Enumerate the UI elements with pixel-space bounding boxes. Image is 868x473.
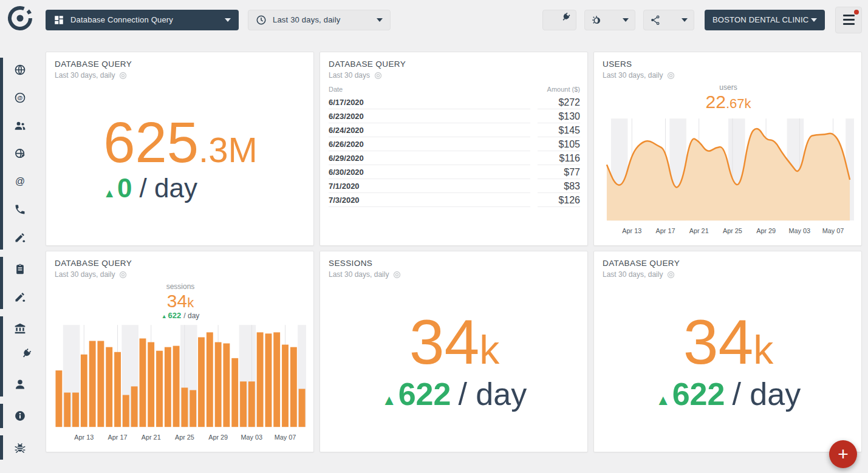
table-row: 7/1/2020$83 — [329, 179, 580, 193]
up-arrow-icon: ▲ — [656, 392, 671, 409]
card-subtitle-text: Last 30 days, daily — [603, 71, 663, 80]
theme-button[interactable] — [584, 10, 635, 30]
dashboard-selector-label: Database Connection Query — [70, 15, 173, 24]
sidebar-group-2 — [0, 257, 39, 309]
metric-summary: sessions 34k ▲ 622 / day — [55, 282, 306, 320]
metric-summary: users 22.67k — [603, 83, 854, 112]
dashboard-grid: DATABASE QUERY Last 30 days, daily 625.3… — [39, 39, 868, 473]
table-row: 6/26/2020$105 — [329, 137, 580, 151]
notification-dot — [854, 10, 859, 15]
card-database-query-kpi-2: DATABASE QUERY Last 30 days, daily 34k ▲… — [593, 251, 862, 452]
sidebar-group-5 — [0, 435, 39, 460]
svg-text:Apr 21: Apr 21 — [142, 434, 161, 441]
at-sign-icon[interactable]: @ — [14, 175, 26, 188]
widget-settings-icon — [119, 72, 127, 80]
cell-date: 6/17/2020 — [329, 98, 530, 109]
share-button[interactable] — [643, 10, 694, 30]
cell-amount: $77 — [538, 167, 580, 179]
sidebar-group-1: @ @ — [0, 58, 39, 250]
add-widget-button[interactable]: + — [829, 440, 857, 468]
svg-text:Apr 13: Apr 13 — [74, 434, 94, 441]
card-title: DATABASE QUERY — [329, 60, 580, 69]
kpi-body: 34k ▲ 622 / day — [329, 279, 580, 446]
web-sync-icon[interactable] — [14, 148, 26, 160]
up-arrow-icon: ▲ — [382, 392, 397, 409]
cell-amount: $105 — [538, 139, 580, 151]
svg-text:@: @ — [17, 95, 22, 101]
card-database-query-kpi: DATABASE QUERY Last 30 days, daily 625.3… — [46, 52, 314, 246]
globe-icon[interactable] — [14, 64, 26, 76]
svg-text:Apr 29: Apr 29 — [756, 227, 776, 234]
ads-icon[interactable]: @ — [14, 92, 26, 104]
svg-text:Apr 25: Apr 25 — [175, 434, 194, 441]
widget-settings-icon — [667, 72, 675, 80]
integrations-button[interactable] — [542, 10, 576, 30]
card-subtitle: Last 30 days, daily — [603, 71, 854, 80]
bug-icon[interactable] — [14, 441, 26, 454]
cell-amount: $145 — [538, 125, 580, 137]
cell-date: 6/26/2020 — [329, 140, 530, 151]
card-subtitle: Last 30 days, daily — [55, 71, 306, 80]
chevron-down-icon — [682, 18, 688, 22]
pen-icon[interactable] — [14, 291, 26, 303]
period-selector[interactable]: Last 30 days, daily — [248, 10, 391, 30]
card-subtitle-text: Last 30 days — [329, 71, 370, 80]
app-logo-icon[interactable] — [7, 5, 33, 32]
client-selector-label: BOSTON DENTAL CLINIC — [713, 15, 808, 24]
info-icon[interactable] — [14, 410, 26, 422]
menu-button[interactable] — [835, 7, 862, 33]
table-body: 6/17/2020$2726/23/2020$1306/24/2020$1456… — [329, 95, 580, 207]
plug-icon — [554, 15, 565, 26]
cell-date: 7/3/2020 — [329, 196, 530, 207]
client-selector[interactable]: BOSTON DENTAL CLINIC — [705, 10, 825, 30]
svg-text:@: @ — [15, 176, 24, 186]
sidebar: @ @ — [0, 0, 39, 473]
topbar: Database Connection Query Last 30 days, … — [39, 0, 868, 39]
bank-icon[interactable] — [14, 322, 26, 335]
theme-icon — [591, 15, 602, 26]
app-root: @ @ — [0, 0, 868, 473]
card-database-query-table: DATABASE QUERY Last 30 days Date Amount … — [320, 52, 588, 246]
phone-icon[interactable] — [14, 203, 26, 216]
sidebar-group-4 — [0, 404, 39, 428]
card-title: USERS — [603, 60, 854, 69]
chevron-down-icon — [623, 18, 629, 22]
person-icon[interactable] — [14, 378, 26, 390]
amount-table: Date Amount ($) 6/17/2020$2726/23/2020$1… — [329, 86, 580, 207]
card-subtitle: Last 30 days, daily — [603, 270, 854, 279]
kpi-body: 34k ▲ 622 / day — [603, 279, 854, 446]
card-subtitle-text: Last 30 days, daily — [329, 270, 389, 279]
clipboard-icon[interactable] — [14, 263, 26, 275]
widget-settings-icon — [374, 72, 382, 80]
kpi-value: 34k — [409, 312, 500, 372]
card-sessions-kpi: SESSIONS Last 30 days, daily 34k ▲ 622 /… — [320, 251, 588, 452]
dashboard-grid-icon — [53, 15, 64, 26]
sidebar-nav: @ @ — [0, 58, 39, 467]
kpi-value: 34k — [683, 312, 774, 372]
sidebar-group-3 — [0, 316, 39, 396]
kpi-delta: ▲ 622 / day — [656, 376, 801, 412]
card-subtitle-text: Last 30 days, daily — [603, 270, 663, 279]
cell-date: 6/23/2020 — [329, 112, 530, 123]
card-subtitle-text: Last 30 days, daily — [55, 71, 115, 80]
card-title: DATABASE QUERY — [55, 259, 306, 268]
svg-text:Apr 25: Apr 25 — [723, 227, 742, 234]
people-icon[interactable] — [14, 120, 26, 132]
cell-amount: $83 — [538, 181, 580, 193]
card-sessions-bar: DATABASE QUERY Last 30 days, daily sessi… — [46, 251, 314, 452]
pen-icon[interactable] — [14, 231, 26, 243]
plug-icon[interactable] — [14, 350, 26, 362]
kpi-delta: ▲ 622 / day — [382, 376, 527, 412]
cell-amount: $272 — [538, 97, 580, 109]
sessions-bar-chart: Apr 13Apr 17Apr 21Apr 25Apr 29May 03May … — [55, 324, 306, 446]
users-area-chart: Apr 13Apr 17Apr 21Apr 25Apr 29May 03May … — [603, 118, 854, 239]
svg-text:Apr 29: Apr 29 — [208, 434, 228, 441]
cell-amount: $130 — [538, 111, 580, 123]
card-title: SESSIONS — [329, 259, 580, 268]
card-title: DATABASE QUERY — [603, 259, 854, 268]
dashboard-selector[interactable]: Database Connection Query — [46, 10, 239, 30]
card-title: DATABASE QUERY — [55, 60, 306, 69]
svg-text:May 07: May 07 — [822, 227, 844, 234]
cell-amount: $126 — [538, 195, 580, 207]
share-icon — [650, 15, 661, 26]
